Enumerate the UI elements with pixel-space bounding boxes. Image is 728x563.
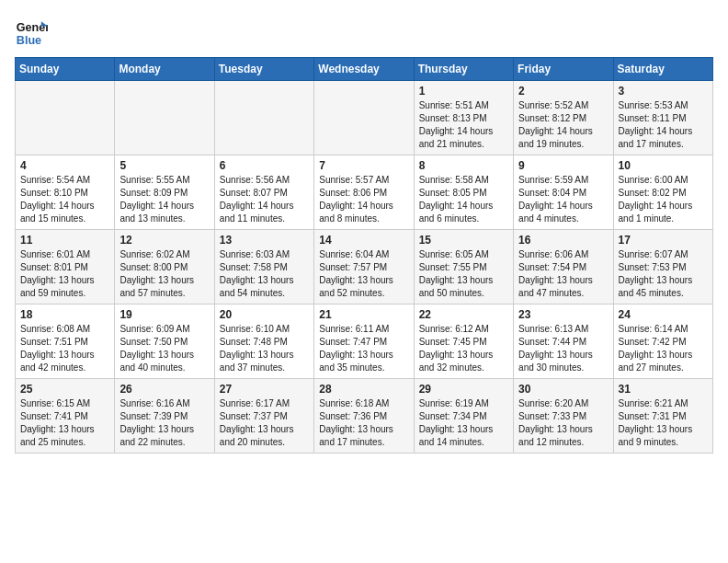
day-info: Sunrise: 5:53 AM Sunset: 8:11 PM Dayligh…: [619, 99, 708, 151]
page-header: General Blue: [15, 15, 713, 48]
day-number: 3: [619, 85, 708, 98]
day-info: Sunrise: 6:19 AM Sunset: 7:34 PM Dayligh…: [419, 397, 508, 449]
day-number: 5: [119, 159, 209, 172]
weekday-header-thursday: Thursday: [414, 58, 513, 81]
calendar-cell: 6Sunrise: 5:56 AM Sunset: 8:07 PM Daylig…: [214, 155, 313, 230]
calendar-cell: 10Sunrise: 6:00 AM Sunset: 8:02 PM Dayli…: [613, 155, 712, 230]
day-info: Sunrise: 6:21 AM Sunset: 7:31 PM Dayligh…: [619, 397, 708, 449]
svg-text:Blue: Blue: [17, 34, 41, 47]
weekday-header-sunday: Sunday: [16, 58, 115, 81]
day-number: 19: [119, 308, 209, 321]
day-info: Sunrise: 6:02 AM Sunset: 8:00 PM Dayligh…: [119, 248, 209, 300]
calendar-cell: 5Sunrise: 5:55 AM Sunset: 8:09 PM Daylig…: [115, 155, 214, 230]
day-info: Sunrise: 5:59 AM Sunset: 8:04 PM Dayligh…: [518, 174, 608, 225]
calendar-cell: 30Sunrise: 6:20 AM Sunset: 7:33 PM Dayli…: [514, 379, 613, 454]
day-number: 27: [220, 383, 309, 396]
calendar-cell: 22Sunrise: 6:12 AM Sunset: 7:45 PM Dayli…: [414, 304, 513, 379]
day-info: Sunrise: 5:58 AM Sunset: 8:05 PM Dayligh…: [419, 174, 508, 225]
calendar-cell: 17Sunrise: 6:07 AM Sunset: 7:53 PM Dayli…: [613, 230, 712, 304]
day-info: Sunrise: 5:54 AM Sunset: 8:10 PM Dayligh…: [20, 174, 109, 225]
calendar-cell: 16Sunrise: 6:06 AM Sunset: 7:54 PM Dayli…: [514, 230, 613, 304]
day-number: 10: [619, 159, 708, 172]
calendar-week-row: 25Sunrise: 6:15 AM Sunset: 7:41 PM Dayli…: [16, 379, 713, 454]
weekday-header-tuesday: Tuesday: [214, 58, 313, 81]
day-info: Sunrise: 6:15 AM Sunset: 7:41 PM Dayligh…: [20, 397, 109, 449]
day-number: 12: [119, 234, 209, 247]
day-info: Sunrise: 6:12 AM Sunset: 7:45 PM Dayligh…: [419, 323, 508, 374]
day-info: Sunrise: 5:55 AM Sunset: 8:09 PM Dayligh…: [119, 174, 209, 225]
day-number: 14: [319, 234, 408, 247]
day-info: Sunrise: 6:07 AM Sunset: 7:53 PM Dayligh…: [619, 248, 708, 300]
calendar-cell: 29Sunrise: 6:19 AM Sunset: 7:34 PM Dayli…: [414, 379, 513, 454]
calendar-header-row: SundayMondayTuesdayWednesdayThursdayFrid…: [16, 58, 713, 81]
calendar-cell: [314, 81, 414, 155]
day-info: Sunrise: 6:01 AM Sunset: 8:01 PM Dayligh…: [20, 248, 109, 300]
day-info: Sunrise: 6:04 AM Sunset: 7:57 PM Dayligh…: [319, 248, 408, 300]
day-info: Sunrise: 6:03 AM Sunset: 7:58 PM Dayligh…: [220, 248, 309, 300]
calendar-cell: 14Sunrise: 6:04 AM Sunset: 7:57 PM Dayli…: [314, 230, 414, 304]
day-info: Sunrise: 6:14 AM Sunset: 7:42 PM Dayligh…: [619, 323, 708, 374]
day-info: Sunrise: 5:57 AM Sunset: 8:06 PM Dayligh…: [319, 174, 408, 225]
day-number: 6: [220, 159, 309, 172]
weekday-header-friday: Friday: [514, 58, 613, 81]
calendar-cell: [214, 81, 313, 155]
calendar-cell: 7Sunrise: 5:57 AM Sunset: 8:06 PM Daylig…: [314, 155, 414, 230]
day-number: 15: [419, 234, 508, 247]
calendar-week-row: 11Sunrise: 6:01 AM Sunset: 8:01 PM Dayli…: [16, 230, 713, 304]
day-number: 11: [20, 234, 109, 247]
calendar-cell: 2Sunrise: 5:52 AM Sunset: 8:12 PM Daylig…: [514, 81, 613, 155]
weekday-header-saturday: Saturday: [613, 58, 712, 81]
logo: General Blue: [15, 15, 51, 48]
day-number: 23: [518, 308, 608, 321]
calendar-cell: [115, 81, 214, 155]
calendar-cell: 28Sunrise: 6:18 AM Sunset: 7:36 PM Dayli…: [314, 379, 414, 454]
day-number: 25: [20, 383, 109, 396]
calendar-cell: 27Sunrise: 6:17 AM Sunset: 7:37 PM Dayli…: [214, 379, 313, 454]
calendar-cell: 8Sunrise: 5:58 AM Sunset: 8:05 PM Daylig…: [414, 155, 513, 230]
calendar-cell: 12Sunrise: 6:02 AM Sunset: 8:00 PM Dayli…: [115, 230, 214, 304]
day-number: 31: [619, 383, 708, 396]
day-info: Sunrise: 6:10 AM Sunset: 7:48 PM Dayligh…: [220, 323, 309, 374]
day-info: Sunrise: 6:00 AM Sunset: 8:02 PM Dayligh…: [619, 174, 708, 225]
day-number: 21: [319, 308, 408, 321]
day-info: Sunrise: 6:18 AM Sunset: 7:36 PM Dayligh…: [319, 397, 408, 449]
day-number: 18: [20, 308, 109, 321]
day-info: Sunrise: 6:06 AM Sunset: 7:54 PM Dayligh…: [518, 248, 608, 300]
calendar-cell: [16, 81, 115, 155]
calendar-cell: 20Sunrise: 6:10 AM Sunset: 7:48 PM Dayli…: [214, 304, 313, 379]
day-number: 29: [419, 383, 508, 396]
calendar-cell: 4Sunrise: 5:54 AM Sunset: 8:10 PM Daylig…: [16, 155, 115, 230]
calendar-week-row: 18Sunrise: 6:08 AM Sunset: 7:51 PM Dayli…: [16, 304, 713, 379]
day-number: 16: [518, 234, 608, 247]
calendar-cell: 31Sunrise: 6:21 AM Sunset: 7:31 PM Dayli…: [613, 379, 712, 454]
calendar-cell: 23Sunrise: 6:13 AM Sunset: 7:44 PM Dayli…: [514, 304, 613, 379]
day-number: 8: [419, 159, 508, 172]
day-info: Sunrise: 6:13 AM Sunset: 7:44 PM Dayligh…: [518, 323, 608, 374]
day-info: Sunrise: 6:16 AM Sunset: 7:39 PM Dayligh…: [119, 397, 209, 449]
day-number: 26: [119, 383, 209, 396]
calendar-cell: 19Sunrise: 6:09 AM Sunset: 7:50 PM Dayli…: [115, 304, 214, 379]
calendar-cell: 9Sunrise: 5:59 AM Sunset: 8:04 PM Daylig…: [514, 155, 613, 230]
day-info: Sunrise: 6:08 AM Sunset: 7:51 PM Dayligh…: [20, 323, 109, 374]
day-info: Sunrise: 6:05 AM Sunset: 7:55 PM Dayligh…: [419, 248, 508, 300]
calendar-cell: 21Sunrise: 6:11 AM Sunset: 7:47 PM Dayli…: [314, 304, 414, 379]
calendar-cell: 25Sunrise: 6:15 AM Sunset: 7:41 PM Dayli…: [16, 379, 115, 454]
calendar-week-row: 1Sunrise: 5:51 AM Sunset: 8:13 PM Daylig…: [16, 81, 713, 155]
calendar-cell: 18Sunrise: 6:08 AM Sunset: 7:51 PM Dayli…: [16, 304, 115, 379]
day-number: 1: [419, 85, 508, 98]
logo-icon: General Blue: [15, 15, 48, 48]
day-info: Sunrise: 6:11 AM Sunset: 7:47 PM Dayligh…: [319, 323, 408, 374]
day-info: Sunrise: 6:20 AM Sunset: 7:33 PM Dayligh…: [518, 397, 608, 449]
day-number: 4: [20, 159, 109, 172]
weekday-header-wednesday: Wednesday: [314, 58, 414, 81]
calendar-cell: 1Sunrise: 5:51 AM Sunset: 8:13 PM Daylig…: [414, 81, 513, 155]
calendar-cell: 3Sunrise: 5:53 AM Sunset: 8:11 PM Daylig…: [613, 81, 712, 155]
day-number: 9: [518, 159, 608, 172]
day-number: 28: [319, 383, 408, 396]
calendar-cell: 11Sunrise: 6:01 AM Sunset: 8:01 PM Dayli…: [16, 230, 115, 304]
day-number: 22: [419, 308, 508, 321]
calendar-table: SundayMondayTuesdayWednesdayThursdayFrid…: [15, 57, 713, 454]
day-number: 30: [518, 383, 608, 396]
calendar-cell: 24Sunrise: 6:14 AM Sunset: 7:42 PM Dayli…: [613, 304, 712, 379]
day-number: 17: [619, 234, 708, 247]
